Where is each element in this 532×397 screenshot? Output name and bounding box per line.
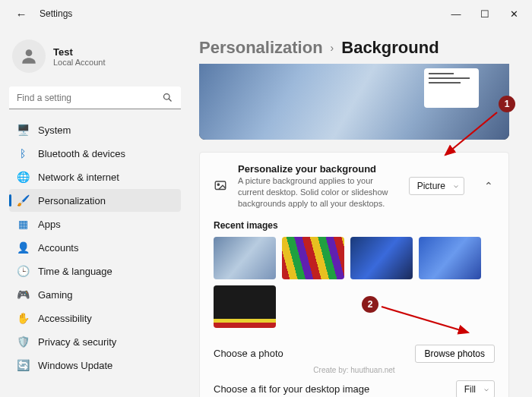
- recent-image-thumb[interactable]: [282, 237, 344, 279]
- app-title: Settings: [40, 8, 72, 19]
- nav-label: Apps: [38, 219, 61, 230]
- nav-icon: 🕒: [17, 265, 29, 277]
- nav-icon: ᛒ: [17, 147, 29, 159]
- sidebar-item-time-language[interactable]: 🕒Time & language: [9, 260, 181, 282]
- browse-photos-button[interactable]: Browse photos: [415, 345, 495, 363]
- preview-window: [424, 68, 479, 108]
- nav-label: Accounts: [38, 242, 78, 254]
- personalize-background-card: Personalize your background A picture ba…: [199, 152, 509, 397]
- sidebar-item-bluetooth-devices[interactable]: ᛒBluetooth & devices: [9, 142, 181, 165]
- annotation-badge-1: 1: [499, 96, 515, 112]
- main-panel: Personalization › Background Personalize…: [190, 27, 532, 397]
- nav-icon: 👤: [17, 241, 29, 254]
- window-controls: — ☐ ✕: [448, 8, 526, 20]
- svg-line-2: [169, 99, 171, 101]
- nav-icon: 🖌️: [17, 194, 29, 206]
- annotation-badge-2: 2: [362, 296, 378, 313]
- svg-point-0: [26, 49, 33, 56]
- sidebar-item-privacy-security[interactable]: 🛡️Privacy & security: [9, 330, 181, 353]
- user-subtitle: Local Account: [53, 58, 106, 67]
- nav-label: Windows Update: [38, 360, 112, 371]
- card-description: A picture background applies to your cur…: [238, 175, 398, 210]
- close-button[interactable]: ✕: [506, 8, 521, 20]
- svg-point-4: [217, 184, 219, 185]
- sidebar-item-accessibility[interactable]: ✋Accessibility: [9, 307, 181, 329]
- sidebar-item-system[interactable]: 🖥️System: [9, 118, 181, 141]
- search-box[interactable]: [9, 87, 181, 109]
- nav-label: Bluetooth & devices: [38, 148, 125, 159]
- desktop-preview: [199, 64, 509, 140]
- nav-label: Time & language: [38, 266, 112, 277]
- nav-list: 🖥️SystemᛒBluetooth & devices🌐Network & i…: [9, 118, 181, 377]
- collapse-button[interactable]: ⌃: [483, 180, 495, 192]
- recent-images-grid: [214, 237, 495, 328]
- breadcrumb-current: Background: [341, 38, 439, 58]
- recent-image-thumb[interactable]: [419, 237, 481, 279]
- choose-fit-label: Choose a fit for your desktop image: [214, 383, 369, 395]
- user-name: Test: [53, 46, 106, 58]
- choose-photo-label: Choose a photo: [214, 348, 283, 359]
- sidebar-item-personalization[interactable]: 🖌️Personalization: [9, 189, 181, 212]
- nav-label: Network & internet: [38, 172, 119, 183]
- search-icon: [162, 92, 173, 103]
- image-icon: [214, 179, 227, 193]
- sidebar-item-gaming[interactable]: 🎮Gaming: [9, 283, 181, 306]
- nav-label: Personalization: [38, 195, 106, 206]
- nav-icon: 🔄: [17, 359, 29, 371]
- card-title: Personalize your background: [238, 163, 398, 175]
- user-block[interactable]: Test Local Account: [9, 33, 181, 87]
- back-button[interactable]: ←: [12, 5, 30, 23]
- sidebar-item-network-internet[interactable]: 🌐Network & internet: [9, 165, 181, 188]
- nav-label: System: [38, 124, 71, 136]
- nav-icon: ▦: [17, 218, 29, 230]
- breadcrumb: Personalization › Background: [199, 27, 509, 64]
- nav-icon: ✋: [17, 312, 29, 324]
- nav-icon: 🎮: [17, 288, 29, 301]
- title-bar: ← Settings — ☐ ✕: [0, 0, 532, 27]
- maximize-button[interactable]: ☐: [477, 8, 492, 20]
- nav-label: Gaming: [38, 289, 73, 301]
- nav-icon: 🌐: [17, 171, 29, 183]
- watermark: Create by: huuthuan.net: [214, 366, 495, 374]
- nav-label: Accessibility: [38, 313, 92, 324]
- sidebar-item-apps[interactable]: ▦Apps: [9, 213, 181, 235]
- nav-label: Privacy & security: [38, 336, 116, 348]
- recent-image-thumb[interactable]: [214, 285, 276, 328]
- recent-images-label: Recent images: [214, 220, 495, 231]
- nav-icon: 🛡️: [17, 336, 29, 348]
- recent-image-thumb[interactable]: [350, 237, 413, 279]
- person-icon: [19, 46, 39, 66]
- recent-image-thumb[interactable]: [214, 237, 276, 279]
- sidebar-item-windows-update[interactable]: 🔄Windows Update: [9, 354, 181, 377]
- sidebar: Test Local Account 🖥️SystemᛒBluetooth & …: [0, 27, 190, 397]
- breadcrumb-parent[interactable]: Personalization: [199, 38, 323, 58]
- svg-point-1: [164, 94, 170, 100]
- sidebar-item-accounts[interactable]: 👤Accounts: [9, 236, 181, 259]
- nav-icon: 🖥️: [17, 124, 29, 136]
- chevron-right-icon: ›: [331, 42, 334, 54]
- fit-dropdown[interactable]: Fill: [456, 380, 495, 397]
- background-type-dropdown[interactable]: Picture: [409, 177, 464, 195]
- avatar: [12, 39, 46, 73]
- search-input[interactable]: [9, 87, 181, 109]
- minimize-button[interactable]: —: [448, 8, 464, 20]
